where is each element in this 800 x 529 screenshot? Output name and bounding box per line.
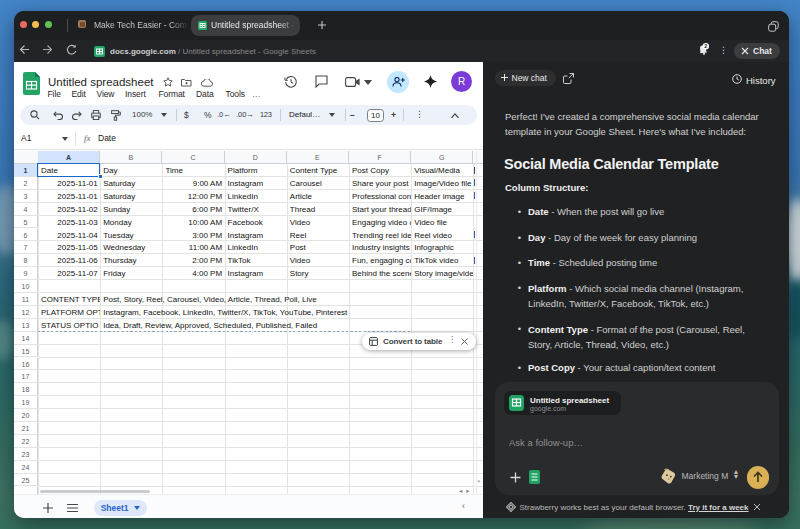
svg-text:2: 2 bbox=[704, 43, 707, 49]
